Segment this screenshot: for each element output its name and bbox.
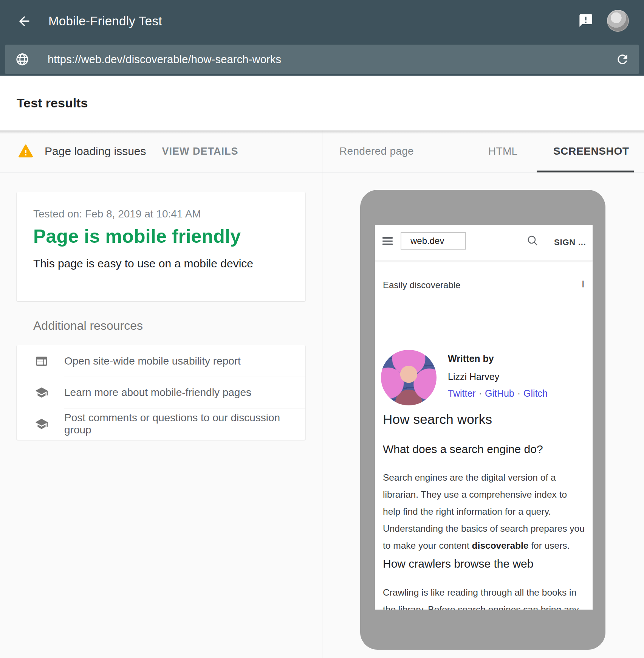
written-by-label: Written by <box>448 353 494 364</box>
additional-resources-heading: Additional resources <box>33 319 143 333</box>
active-tab-indicator <box>537 171 634 172</box>
phone-site-field: web.dev <box>401 232 466 250</box>
article-heading-search-engine: What does a search engine do? <box>383 443 543 456</box>
app-title: Mobile-Friendly Test <box>48 14 162 29</box>
resource-label: Open site-wide mobile usability report <box>64 355 241 367</box>
article-heading-crawlers: How crawlers browse the web <box>383 557 533 570</box>
url-bar[interactable]: https://web.dev/discoverable/how-search-… <box>5 45 639 74</box>
resource-item-usability-report[interactable]: Open site-wide mobile usability report <box>17 345 305 377</box>
school-icon <box>35 386 48 399</box>
issues-toolbar: Page loading issues VIEW DETAILS <box>0 130 238 172</box>
twitter-link: Twitter <box>448 388 476 399</box>
url-text[interactable]: https://web.dev/discoverable/how-search-… <box>48 53 281 66</box>
back-button[interactable] <box>17 14 32 29</box>
warning-icon <box>17 144 34 159</box>
phone-breadcrumb: Easily discoverable <box>383 280 460 290</box>
author-links: Twitter·GitHub·Glitch <box>448 388 548 399</box>
page-title: Test results <box>17 76 88 130</box>
article-title: How search works <box>383 412 492 427</box>
tab-screenshot[interactable]: SCREENSHOT <box>553 130 629 172</box>
resource-label: Post comments or questions to our discus… <box>64 412 305 436</box>
phone-screenshot: web.dev SIGN ... Easily discoverable I W… <box>375 225 593 610</box>
phone-nav-bar: web.dev SIGN ... <box>375 225 593 261</box>
feedback-icon[interactable] <box>578 13 593 28</box>
tested-on-label: Tested on: Feb 8, 2019 at 10:41 AM <box>33 208 201 220</box>
tab-html[interactable]: HTML <box>488 130 517 172</box>
discoverable-bold: discoverable <box>472 540 529 551</box>
verdict-subtitle: This page is easy to use on a mobile dev… <box>33 257 253 270</box>
user-avatar[interactable] <box>607 10 629 32</box>
results-band: Test results <box>0 76 644 130</box>
resource-label: Learn more about mobile-friendly pages <box>64 386 251 399</box>
refresh-button[interactable] <box>615 52 630 67</box>
view-details-link[interactable]: VIEW DETAILS <box>162 146 238 157</box>
panel-divider <box>322 130 322 658</box>
app-bar: Mobile-Friendly Test https://web.dev/dis… <box>0 0 644 76</box>
author-avatar <box>381 350 437 405</box>
phone-breadcrumb-trailing: I <box>582 278 584 290</box>
school-icon <box>35 417 48 431</box>
resources-card: Open site-wide mobile usability report L… <box>17 345 305 440</box>
verdict-heading: Page is mobile friendly <box>33 225 241 247</box>
resource-item-learn-more[interactable]: Learn more about mobile-friendly pages <box>17 377 305 408</box>
article-paragraph-2: Crawling is like reading through all the… <box>383 584 587 610</box>
page-loading-issues-label: Page loading issues <box>45 145 146 158</box>
sign-in-label: SIGN ... <box>554 237 586 247</box>
main-area: Page loading issues VIEW DETAILS Rendere… <box>0 130 644 658</box>
resource-item-discussion-group[interactable]: Post comments or questions to our discus… <box>17 408 305 439</box>
search-icon <box>526 234 539 247</box>
author-name: Lizzi Harvey <box>448 371 499 382</box>
glitch-link: Glitch <box>523 388 548 399</box>
article-paragraph-1: Search engines are the digital version o… <box>383 469 586 554</box>
phone-mockup: web.dev SIGN ... Easily discoverable I W… <box>360 190 605 650</box>
hamburger-menu-icon <box>382 237 393 245</box>
link-separator: · <box>476 388 485 399</box>
back-arrow-icon <box>17 23 32 30</box>
report-icon <box>35 354 48 368</box>
result-card: Tested on: Feb 8, 2019 at 10:41 AM Page … <box>17 192 305 301</box>
globe-icon <box>15 52 29 67</box>
link-separator: · <box>514 388 523 399</box>
tab-rendered-page[interactable]: Rendered page <box>339 130 414 172</box>
github-link: GitHub <box>485 388 514 399</box>
